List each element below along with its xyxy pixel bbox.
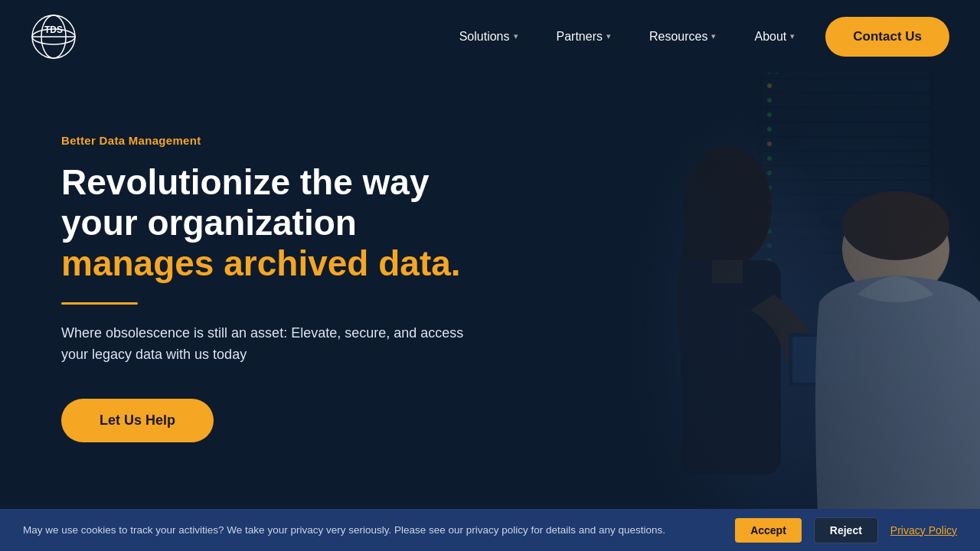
- cta-button[interactable]: Let Us Help: [61, 399, 214, 442]
- svg-text:TDS: TDS: [44, 24, 63, 35]
- nav-resources-label: Resources: [649, 30, 707, 44]
- hero-headline-start: Revolutionize the way your organization: [61, 162, 430, 243]
- chevron-down-icon: ▾: [790, 31, 795, 41]
- cookie-bar: May we use cookies to track your activit…: [0, 509, 980, 551]
- nav-link-resources[interactable]: Resources ▾: [649, 30, 716, 44]
- nav-item-about[interactable]: About ▾: [754, 30, 795, 44]
- nav-link-partners[interactable]: Partners ▾: [557, 30, 611, 44]
- hero-eyebrow: Better Data Management: [61, 134, 513, 147]
- hero-subtext: Where obsolescence is still an asset: El…: [61, 323, 475, 366]
- cookie-privacy-link[interactable]: Privacy Policy: [890, 524, 957, 536]
- cookie-accept-button[interactable]: Accept: [735, 518, 802, 543]
- hero-headline-highlight: manages archived data.: [61, 243, 461, 283]
- cookie-message: May we use cookies to track your activit…: [23, 524, 723, 536]
- hero-content: Better Data Management Revolutionize the…: [0, 73, 574, 488]
- chevron-down-icon: ▾: [514, 31, 518, 41]
- nav-item-partners[interactable]: Partners ▾: [557, 30, 611, 44]
- hero-section: Better Data Management Revolutionize the…: [0, 0, 980, 551]
- chevron-down-icon: ▾: [711, 31, 716, 41]
- nav-partners-label: Partners: [557, 30, 603, 44]
- navbar: TDS Solutions ▾ Partners ▾ Resources ▾ A…: [0, 0, 980, 73]
- nav-item-solutions[interactable]: Solutions ▾: [459, 30, 518, 44]
- tds-logo-icon: TDS: [31, 14, 77, 60]
- logo-area[interactable]: TDS: [31, 14, 77, 60]
- nav-solutions-label: Solutions: [459, 30, 510, 44]
- hero-divider: [61, 302, 138, 305]
- chevron-down-icon: ▾: [606, 31, 611, 41]
- nav-link-solutions[interactable]: Solutions ▾: [459, 30, 518, 44]
- contact-us-button[interactable]: Contact Us: [825, 17, 949, 57]
- nav-about-label: About: [754, 30, 786, 44]
- hero-headline: Revolutionize the way your organization …: [61, 162, 513, 284]
- nav-item-resources[interactable]: Resources ▾: [649, 30, 716, 44]
- nav-link-about[interactable]: About ▾: [754, 30, 795, 44]
- nav-links: Solutions ▾ Partners ▾ Resources ▾ About…: [459, 30, 795, 44]
- cookie-reject-button[interactable]: Reject: [814, 517, 878, 543]
